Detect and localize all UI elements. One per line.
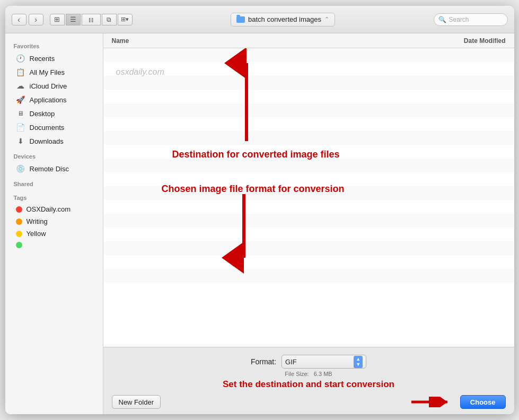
bottom-bar: Format: GIF ▲ ▼ File Size: 6.3 MB Set th… — [103, 347, 514, 414]
tag-yellow-label: Yellow — [27, 230, 46, 238]
tag-dot-red — [16, 206, 22, 213]
sidebar-item-tag-osxdaily[interactable]: OSXDaily.com — [7, 203, 101, 215]
recents-icon: 🕐 — [16, 54, 25, 63]
sidebar-item-downloads-label: Downloads — [30, 137, 64, 145]
filesize-label: File Size: — [285, 371, 309, 377]
sidebar-item-recents[interactable]: 🕐 Recents — [7, 51, 101, 65]
folder-icon — [236, 16, 245, 23]
icloud-icon: ☁ — [16, 81, 25, 91]
row-1 — [103, 48, 514, 62]
view-buttons: ⊞ ☰ ⫿⫿ ⧉ ⊞▾ — [50, 14, 133, 25]
toolbar: ‹ › ⊞ ☰ ⫿⫿ ⧉ ⊞▾ batch converted images ⌃… — [5, 6, 514, 33]
format-label: Format: — [251, 357, 276, 366]
nav-buttons: ‹ › — [12, 14, 43, 25]
search-placeholder: Search — [449, 16, 469, 23]
row-15 — [103, 241, 514, 255]
file-content-area: osxdaily.com — [103, 48, 514, 347]
row-13 — [103, 214, 514, 228]
view-list-button[interactable]: ☰ — [66, 14, 81, 25]
row-4 — [103, 90, 514, 103]
format-select[interactable]: GIF ▲ ▼ — [282, 355, 366, 369]
path-control: batch converted images ⌃ — [137, 13, 429, 27]
sidebar-item-remote-disc[interactable]: 💿 Remote Disc — [7, 162, 101, 176]
bottom-buttons: New Folder Choose — [112, 395, 506, 409]
column-date-header: Date Modified — [400, 37, 506, 45]
downloads-icon: ⬇ — [16, 136, 25, 146]
sidebar: Favorites 🕐 Recents 📋 All My Files ☁ iCl… — [5, 33, 103, 414]
sidebar-item-documents-label: Documents — [30, 124, 65, 132]
remote-disc-icon: 💿 — [16, 164, 25, 173]
watermark: osxdaily.com — [116, 67, 164, 77]
tags-label: Tags — [5, 189, 103, 203]
sidebar-item-icloud-label: iCloud Drive — [30, 82, 67, 90]
documents-icon: 📄 — [16, 122, 25, 132]
view-more-button[interactable]: ⊞▾ — [118, 14, 133, 25]
column-name-header: Name — [112, 37, 400, 45]
finder-window: ‹ › ⊞ ☰ ⫿⫿ ⧉ ⊞▾ batch converted images ⌃… — [5, 6, 514, 414]
filesize-value: 6.3 MB — [314, 371, 332, 377]
favorites-label: Favorites — [5, 38, 103, 51]
right-arrow-icon — [411, 397, 454, 407]
row-9 — [103, 159, 514, 172]
new-folder-button[interactable]: New Folder — [112, 395, 161, 409]
tag-dot-yellow — [16, 231, 22, 237]
sidebar-item-applications[interactable]: 🚀 Applications — [7, 93, 101, 107]
format-row: Format: GIF ▲ ▼ — [112, 355, 506, 369]
choose-button[interactable]: Choose — [460, 395, 506, 409]
search-icon: 🔍 — [438, 16, 446, 23]
view-coverflow-button[interactable]: ⧉ — [102, 14, 117, 25]
start-annotation: Set the destination and start conversion — [112, 379, 506, 390]
sidebar-item-tag-green[interactable] — [7, 240, 101, 250]
row-2 — [103, 62, 514, 76]
tag-dot-orange — [16, 218, 22, 225]
tag-dot-green — [16, 242, 22, 248]
sidebar-item-desktop-label: Desktop — [30, 110, 55, 118]
back-button[interactable]: ‹ — [12, 14, 27, 25]
filesize-row: File Size: 6.3 MB — [112, 371, 506, 377]
sidebar-item-remote-disc-label: Remote Disc — [30, 165, 69, 173]
all-my-files-icon: 📋 — [16, 67, 25, 77]
format-select-arrows-icon: ▲ ▼ — [354, 356, 363, 368]
row-6 — [103, 117, 514, 131]
sidebar-item-downloads[interactable]: ⬇ Downloads — [7, 134, 101, 148]
row-14 — [103, 228, 514, 241]
main-view: Name Date Modified — [103, 33, 514, 414]
view-icon-button[interactable]: ⊞ — [50, 14, 65, 25]
path-chevron-icon: ⌃ — [324, 16, 329, 23]
sidebar-item-all-my-files[interactable]: 📋 All My Files — [7, 65, 101, 79]
row-7 — [103, 131, 514, 145]
sidebar-item-desktop[interactable]: 🖥 Desktop — [7, 107, 101, 120]
file-list-header: Name Date Modified — [103, 33, 514, 48]
applications-icon: 🚀 — [16, 95, 25, 104]
tag-osxdaily-label: OSXDaily.com — [27, 205, 71, 213]
sidebar-item-all-my-files-label: All My Files — [30, 68, 65, 76]
tag-writing-label: Writing — [27, 217, 48, 225]
destination-annotation: Destination for converted image files — [172, 149, 340, 160]
format-annotation: Chosen image file format for conversion — [162, 183, 345, 195]
search-box[interactable]: 🔍 Search — [434, 13, 508, 26]
row-16 — [103, 255, 514, 269]
bottom-right-area: Choose — [411, 395, 506, 409]
row-12 — [103, 200, 514, 214]
sidebar-item-tag-writing[interactable]: Writing — [7, 215, 101, 228]
sidebar-item-tag-yellow[interactable]: Yellow — [7, 228, 101, 240]
sidebar-item-documents[interactable]: 📄 Documents — [7, 120, 101, 134]
path-text: batch converted images — [248, 15, 321, 23]
content-area: Favorites 🕐 Recents 📋 All My Files ☁ iCl… — [5, 33, 514, 414]
desktop-icon: 🖥 — [16, 109, 25, 118]
format-select-value: GIF — [285, 358, 297, 366]
sidebar-item-recents-label: Recents — [30, 55, 55, 63]
shared-label: Shared — [5, 176, 103, 189]
path-pill[interactable]: batch converted images ⌃ — [231, 13, 335, 27]
forward-button[interactable]: › — [29, 14, 43, 25]
view-columns-button[interactable]: ⫿⫿ — [82, 14, 101, 25]
row-17 — [103, 269, 514, 283]
row-5 — [103, 103, 514, 117]
sidebar-item-applications-label: Applications — [30, 96, 67, 104]
sidebar-item-icloud-drive[interactable]: ☁ iCloud Drive — [7, 79, 101, 93]
row-3 — [103, 76, 514, 90]
devices-label: Devices — [5, 148, 103, 162]
rows-background — [103, 48, 514, 347]
